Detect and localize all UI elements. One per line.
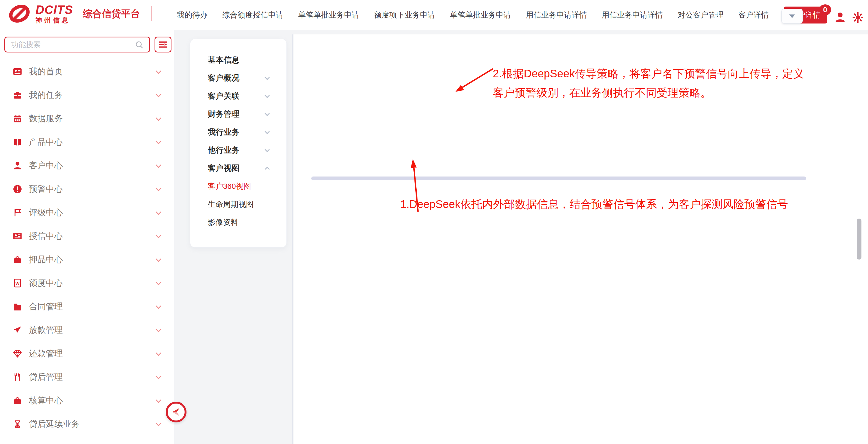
sidebar-item-alert-center[interactable]: 预警中心 [0,177,175,201]
utensils-icon [12,372,22,382]
notification-badge: 0 [819,4,831,15]
top-nav: 我的待办 综合额度授信申请 单笔单批业务申请 额度项下业务申请 单笔单批业务申请… [177,0,827,30]
content-divider [292,34,293,444]
chevron-down-icon [156,256,161,262]
brand-logo: DCITS 神州信息 综合信贷平台 [8,4,152,24]
user-icon[interactable] [834,11,846,24]
briefcase-icon [12,90,22,100]
title-divider [152,6,152,21]
chevron-down-icon [156,303,161,308]
chevron-down-icon [156,68,161,73]
paper-plane-icon [12,325,22,335]
sidebar-item-rating-center[interactable]: 评级中心 [0,201,175,224]
left-sidebar: 我的首页 我的任务 数据服务 产品中心 客户中心 预警中心 [0,30,175,444]
hourglass-icon [12,419,22,429]
nav-tab-corp-customer-mgmt[interactable]: 对公客户管理 [678,10,723,20]
app-root: DCITS 神州信息 综合信贷平台 我的待办 综合额度授信申请 单笔单批业务申请… [0,0,868,444]
sidebar-item-post-loan-renewal[interactable]: 贷后延续业务 [0,412,175,436]
sidebar-item-accounting-center[interactable]: 核算中心 [0,389,175,412]
sidebar-item-my-homepage[interactable]: 我的首页 [0,60,175,83]
sidebar-item-my-tasks[interactable]: 我的任务 [0,83,175,107]
annotation-2-line1: 2.根据DeepSeek传导策略，将客户名下预警信号向上传导，定义 [493,66,804,81]
submenu-item-lifecycle-view[interactable]: 生命周期视图 [190,195,286,213]
submenu-item-finance-mgmt[interactable]: 财务管理 [190,105,286,123]
bag-icon [12,396,22,406]
sidebar-item-collateral-center[interactable]: 押品中心 [0,248,175,271]
sidebar-item-repayment-mgmt[interactable]: 还款管理 [0,342,175,365]
sidebar-item-contract-mgmt[interactable]: 合同管理 [0,295,175,318]
chevron-down-icon [156,209,161,214]
menu-collapse-button[interactable] [155,37,172,53]
search-icon [135,40,144,50]
gear-icon[interactable] [852,11,864,24]
caret-down-icon [789,14,795,18]
id-card-icon [12,231,22,241]
nav-tab-loan-use-detail-1[interactable]: 用信业务申请详情 [526,10,587,20]
chevron-down-icon [156,326,161,332]
chevron-down-icon [156,138,161,144]
person-icon [12,161,22,171]
bag-icon [12,255,22,265]
book-icon [12,137,22,147]
sidebar-item-credit-center[interactable]: 授信中心 [0,224,175,248]
id-card-icon [12,67,22,77]
sidebar-item-quota-center[interactable]: W 额度中心 [0,271,175,295]
hamburger-icon [158,40,168,49]
header-divider [811,8,812,23]
sidebar-collapse-button[interactable] [166,402,186,422]
sidebar-item-loan-disbursement[interactable]: 放款管理 [0,318,175,342]
page-scrollbar[interactable] [857,218,862,260]
submenu-item-other-bank-business[interactable]: 他行业务 [190,141,286,159]
svg-text:W: W [16,281,20,286]
nav-tab-loan-use-detail-2[interactable]: 用信业务申请详情 [602,10,663,20]
submenu-item-image-materials[interactable]: 影像资料 [190,213,286,231]
chevron-down-icon [156,350,161,355]
function-search-input[interactable] [4,37,150,53]
annotation-arrow-to-row [406,153,425,213]
chevron-down-icon [265,75,270,80]
submenu-item-customer-360-view[interactable]: 客户360视图 [190,177,286,195]
annotation-arrow-to-badge [451,66,497,97]
nav-tab-customer-detail[interactable]: 客户详情 [738,10,769,20]
table-horizontal-scrollbar[interactable] [311,177,806,180]
brand-name: DCITS [35,4,73,16]
chevron-down-icon [265,147,270,152]
diamond-icon [12,349,22,358]
chevron-down-icon [156,91,161,97]
collapse-arrow-icon [170,406,182,418]
annotation-2-line2: 客户预警级别，在业务侧执行不同受理策略。 [493,85,711,100]
sidebar-item-data-services[interactable]: 数据服务 [0,107,175,130]
sidebar-item-post-loan-mgmt[interactable]: 贷后管理 [0,365,175,389]
chevron-down-icon [156,373,161,379]
chevron-down-icon [156,162,161,168]
folder-icon [12,302,22,312]
nav-tab-quota-under[interactable]: 额度项下业务申请 [374,10,435,20]
chevron-down-icon [265,93,270,98]
nav-tab-single-batch-1[interactable]: 单笔单批业务申请 [298,10,359,20]
chevron-down-icon [156,115,161,120]
submenu-item-customer-relation[interactable]: 客户关联 [190,87,286,105]
nav-tab-my-todo[interactable]: 我的待办 [177,10,208,20]
submenu-item-our-bank-business[interactable]: 我行业务 [190,123,286,141]
chevron-up-icon [265,167,270,172]
submenu-item-customer-view[interactable]: 客户视图 [190,159,286,177]
chevron-down-icon [156,185,161,191]
nav-tab-single-batch-2[interactable]: 单笔单批业务申请 [450,10,511,20]
chevron-down-icon [265,111,270,116]
sidebar-item-product-center[interactable]: 产品中心 [0,130,175,154]
sidebar-item-customer-center[interactable]: 客户中心 [0,154,175,177]
nav-tab-credit-apply[interactable]: 综合额度授信申请 [222,10,283,20]
submenu-item-basic-info[interactable]: 基本信息 [190,51,286,69]
chevron-down-icon [156,420,161,426]
submenu-item-customer-overview[interactable]: 客户概况 [190,69,286,87]
chevron-down-icon [156,279,161,285]
flag-icon [12,208,22,217]
brand-subname: 神州信息 [35,17,73,24]
dcits-swirl-icon [8,4,31,23]
sidebar-menu: 我的首页 我的任务 数据服务 产品中心 客户中心 预警中心 [0,60,175,436]
w-document-icon: W [12,278,22,288]
alert-circle-icon [12,184,22,194]
page-title: 综合信贷平台 [83,7,140,20]
tabs-dropdown-button[interactable] [781,9,803,24]
chevron-down-icon [265,129,270,134]
